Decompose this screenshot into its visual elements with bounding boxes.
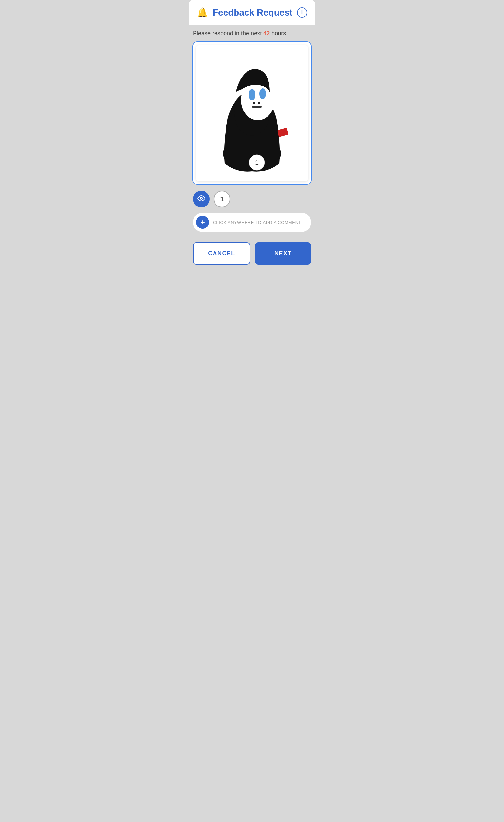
- comment-bar[interactable]: + CLICK ANYWHERE TO ADD A COMMENT: [193, 213, 311, 232]
- svg-point-4: [260, 88, 266, 99]
- page-title: Feedback Request: [212, 7, 293, 18]
- image-card-outer[interactable]: 1: [192, 41, 312, 185]
- svg-rect-5: [253, 102, 255, 104]
- counter-value: 1: [220, 195, 223, 203]
- eye-button[interactable]: [193, 190, 210, 208]
- svg-rect-6: [258, 102, 261, 104]
- plus-icon: +: [200, 219, 205, 226]
- svg-point-12: [200, 198, 202, 199]
- image-card-inner: 1: [196, 45, 308, 181]
- subtitle: Please respond in the next 42 hours.: [189, 25, 315, 41]
- counter-badge: 1: [213, 190, 230, 208]
- header-left: 🔔 Feedback Request: [197, 7, 293, 18]
- next-button[interactable]: NEXT: [255, 242, 311, 265]
- hours-number: 42: [263, 30, 270, 36]
- svg-text:1: 1: [255, 159, 259, 166]
- plus-button[interactable]: +: [196, 216, 209, 229]
- controls-row: 1: [189, 185, 315, 211]
- info-icon[interactable]: i: [297, 7, 307, 18]
- cancel-button[interactable]: CANCEL: [193, 242, 250, 265]
- subtitle-prefix: Please respond in the next: [193, 30, 263, 36]
- svg-rect-8: [277, 128, 289, 137]
- bottom-buttons: CANCEL NEXT: [189, 238, 315, 271]
- character-illustration: 1: [210, 53, 294, 173]
- svg-point-3: [249, 89, 255, 100]
- header: 🔔 Feedback Request i: [189, 0, 315, 25]
- subtitle-suffix: hours.: [270, 30, 288, 36]
- bell-icon: 🔔: [197, 7, 208, 18]
- eye-icon: [197, 195, 205, 203]
- info-label: i: [302, 10, 303, 15]
- comment-placeholder: CLICK ANYWHERE TO ADD A COMMENT: [213, 220, 302, 225]
- svg-rect-7: [252, 106, 262, 108]
